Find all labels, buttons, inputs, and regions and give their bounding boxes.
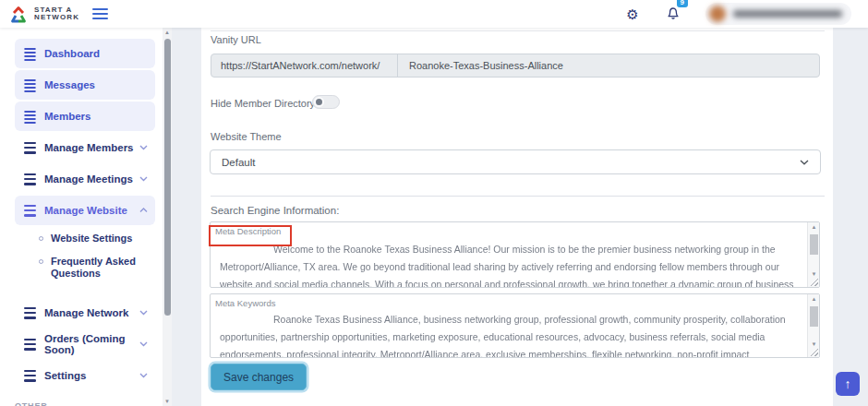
sidebar-item-dashboard[interactable]: Dashboard — [15, 39, 155, 68]
website-theme-select[interactable]: Default — [210, 149, 821, 174]
members-grid-icon — [24, 111, 36, 123]
chevron-down-icon — [139, 310, 148, 316]
list-icon — [24, 173, 36, 185]
meta-description-value: Welcome to the Roanoke Texas Business Al… — [211, 222, 806, 287]
bell-icon — [666, 6, 681, 21]
sidebar-item-manage-website[interactable]: Manage Website — [15, 196, 155, 225]
chevron-down-icon — [800, 160, 809, 165]
messages-grid-icon — [24, 79, 36, 91]
sidebar-scrollbar-thumb[interactable] — [164, 39, 171, 316]
manage-website-submenu: Website Settings Frequently Asked Questi… — [15, 227, 155, 298]
app-root: START A NETWORK ⚙ 9 — [0, 0, 868, 406]
textarea-scrollbar[interactable]: ▲ ▼ — [807, 222, 819, 287]
website-theme-label: Website Theme — [211, 131, 282, 142]
logo[interactable]: START A NETWORK — [0, 5, 79, 24]
vanity-url-prefix: https://StartANetwork.com/network/ — [211, 54, 398, 77]
bullet-icon — [39, 259, 43, 264]
sidebar-scrollbar[interactable]: ▲ ▼ — [163, 28, 172, 406]
sidebar-item-messages[interactable]: Messages — [15, 70, 155, 100]
notifications-bell-icon[interactable]: 9 — [665, 6, 681, 22]
chevron-down-icon — [139, 373, 148, 378]
scroll-down-arrow-icon[interactable]: ▼ — [808, 341, 820, 347]
scroll-up-arrow-icon[interactable]: ▲ — [808, 296, 820, 302]
meta-description-label: Meta Description — [215, 226, 281, 236]
meta-description-textarea[interactable]: Meta Description Welcome to the Roanoke … — [210, 221, 820, 288]
list-icon — [24, 339, 36, 351]
meta-keywords-value: Roanoke Texas Business Alliance, busines… — [211, 294, 806, 357]
sidebar-section-other: OTHER — [0, 392, 172, 406]
sidebar-item-members[interactable]: Members — [15, 102, 155, 131]
list-icon — [24, 307, 36, 319]
seo-heading: Search Engine Information: — [211, 205, 339, 216]
scroll-down-arrow-icon[interactable]: ▼ — [163, 399, 172, 404]
sidebar-item-manage-meetings[interactable]: Manage Meetings — [15, 164, 155, 194]
list-icon — [24, 370, 36, 382]
vanity-url-label: Vanity URL — [211, 34, 261, 45]
website-settings-panel: Vanity URL https://StartANetwork.com/net… — [201, 28, 833, 406]
sidebar-item-manage-network[interactable]: Manage Network — [15, 298, 155, 328]
avatar — [709, 6, 726, 22]
sidebar-item-manage-members[interactable]: Manage Members — [15, 133, 155, 162]
sidebar-subitem-faq[interactable]: Frequently Asked Questions — [39, 256, 150, 280]
divider — [211, 30, 825, 31]
chevron-up-icon — [139, 208, 148, 213]
textarea-scrollbar[interactable]: ▲ ▼ — [807, 294, 819, 357]
scrollbar-thumb[interactable] — [810, 306, 818, 327]
notification-count-badge: 9 — [677, 0, 688, 7]
hide-member-directory-toggle[interactable] — [312, 95, 340, 109]
arrow-up-icon: ↑ — [845, 376, 851, 391]
sidebar-subitem-website-settings[interactable]: Website Settings — [39, 233, 150, 245]
dashboard-grid-icon — [24, 48, 36, 60]
divider — [211, 196, 825, 197]
chevron-down-icon — [139, 176, 148, 182]
logo-text: START A NETWORK — [34, 6, 79, 21]
meta-keywords-textarea[interactable]: Meta Keywords Roanoke Texas Business All… — [210, 293, 820, 358]
scrollbar-thumb[interactable] — [810, 234, 818, 255]
sidebar: Dashboard Messages Members Manage Member… — [0, 28, 172, 406]
top-header: START A NETWORK ⚙ 9 — [0, 0, 868, 28]
vanity-url-value: Roanoke-Texas-Business-Alliance — [398, 60, 563, 71]
hamburger-menu-icon[interactable] — [92, 8, 108, 19]
vanity-url-input[interactable]: https://StartANetwork.com/network/ Roano… — [211, 54, 820, 78]
chevron-down-icon — [139, 145, 148, 150]
save-changes-button[interactable]: Save changes — [211, 364, 307, 390]
list-icon — [24, 142, 36, 154]
sidebar-item-settings[interactable]: Settings — [15, 361, 155, 390]
list-icon — [24, 205, 36, 217]
user-name-redacted — [733, 10, 842, 18]
chevron-down-icon — [139, 341, 148, 347]
sidebar-item-orders[interactable]: Orders (Coming Soon) — [15, 329, 155, 359]
scroll-up-arrow-icon[interactable]: ▲ — [163, 30, 172, 35]
scroll-down-arrow-icon[interactable]: ▼ — [808, 271, 820, 277]
scroll-up-arrow-icon[interactable]: ▲ — [808, 224, 820, 230]
website-theme-selected-value: Default — [222, 157, 255, 168]
logo-mark-icon — [8, 5, 29, 24]
meta-keywords-label: Meta Keywords — [215, 298, 275, 308]
bullet-icon — [39, 236, 43, 241]
user-menu[interactable] — [705, 3, 851, 25]
toggle-knob — [314, 97, 324, 107]
settings-gear-icon[interactable]: ⚙ — [624, 6, 641, 22]
hide-member-directory-label: Hide Member Directory — [211, 98, 315, 109]
scroll-to-top-button[interactable]: ↑ — [836, 372, 860, 396]
